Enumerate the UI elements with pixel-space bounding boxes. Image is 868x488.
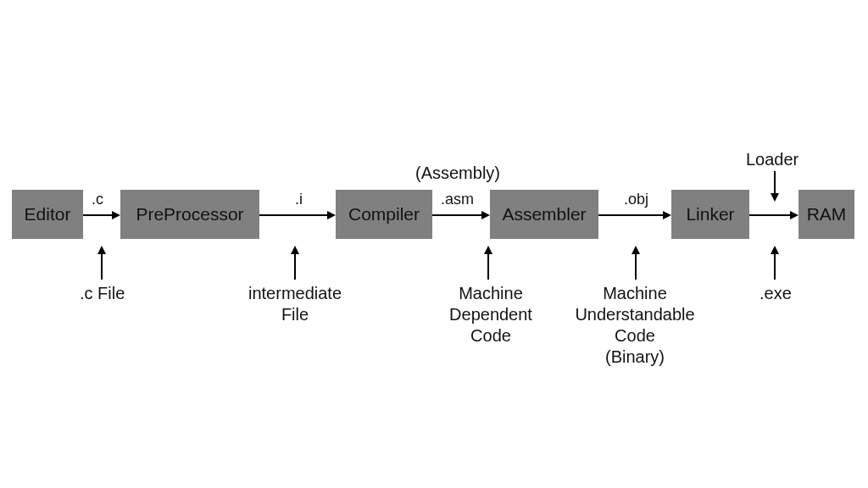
edge-label-i: .i bbox=[295, 190, 303, 209]
anno-exe: .exe bbox=[760, 283, 792, 304]
node-linker: Linker bbox=[671, 190, 749, 239]
node-editor-label: Editor bbox=[25, 204, 71, 225]
node-ram: RAM bbox=[798, 190, 854, 239]
anno-machine-und: Machine Understandable Code (Binary) bbox=[571, 283, 698, 368]
arrow-intermediate bbox=[288, 246, 302, 280]
node-linker-label: Linker bbox=[686, 204, 734, 225]
svg-marker-1 bbox=[112, 211, 120, 219]
arrow-loader bbox=[768, 171, 782, 202]
svg-marker-11 bbox=[97, 246, 106, 254]
edge-label-c: .c bbox=[92, 190, 103, 209]
svg-marker-19 bbox=[771, 246, 779, 254]
arrow-exe bbox=[768, 246, 782, 280]
edge-label-asm: .asm bbox=[441, 190, 474, 209]
svg-marker-7 bbox=[663, 211, 671, 219]
anno-intermediate: intermediate File bbox=[244, 283, 346, 325]
svg-marker-21 bbox=[771, 193, 779, 202]
svg-marker-3 bbox=[327, 211, 336, 219]
arrow-pre-compiler bbox=[259, 208, 336, 222]
svg-marker-5 bbox=[481, 211, 490, 219]
arrow-editor-pre bbox=[83, 208, 120, 222]
svg-marker-9 bbox=[790, 211, 798, 219]
edge-label-obj: .obj bbox=[624, 190, 648, 209]
svg-marker-15 bbox=[484, 246, 492, 254]
node-preprocessor: PreProcessor bbox=[120, 190, 259, 239]
arrow-machine-und bbox=[629, 246, 643, 280]
arrow-compiler-asm bbox=[432, 208, 490, 222]
assembly-note: (Assembly) bbox=[415, 163, 500, 184]
svg-marker-13 bbox=[291, 246, 299, 254]
node-assembler: Assembler bbox=[490, 190, 598, 239]
arrow-machine-dep bbox=[481, 246, 495, 280]
anno-c-file: .c File bbox=[80, 283, 125, 304]
node-preprocessor-label: PreProcessor bbox=[136, 204, 243, 225]
diagram-stage: Editor PreProcessor Compiler Assembler L… bbox=[0, 0, 868, 488]
anno-machine-dep: Machine Dependent Code bbox=[444, 283, 537, 347]
node-editor: Editor bbox=[12, 190, 83, 239]
node-compiler: Compiler bbox=[336, 190, 432, 239]
node-compiler-label: Compiler bbox=[348, 204, 420, 225]
arrow-c-file bbox=[95, 246, 108, 280]
node-ram-label: RAM bbox=[807, 204, 847, 225]
node-assembler-label: Assembler bbox=[502, 204, 586, 225]
arrow-linker-ram bbox=[749, 208, 798, 222]
arrow-asm-linker bbox=[598, 208, 671, 222]
svg-marker-17 bbox=[632, 246, 640, 254]
anno-loader: Loader bbox=[746, 149, 798, 170]
